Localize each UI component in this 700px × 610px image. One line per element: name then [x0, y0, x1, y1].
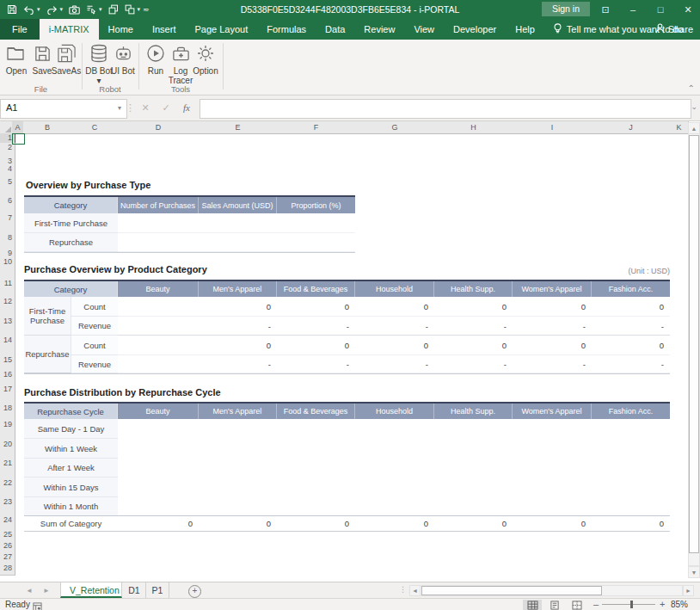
table2-cell: 0 — [355, 297, 434, 317]
row-header-7[interactable]: 7 — [0, 213, 15, 234]
ribbon-tab-file[interactable]: File — [0, 19, 40, 40]
row-header-10[interactable]: 10 — [0, 257, 15, 280]
formula-input[interactable] — [200, 99, 691, 119]
table3-cycle-label: Within 15 Days — [24, 478, 118, 497]
macro-record-icon[interactable] — [33, 600, 42, 610]
zoom-out-icon[interactable]: – — [593, 599, 599, 610]
ribbon-tab-help[interactable]: Help — [506, 19, 544, 40]
row-header-6[interactable]: 6 — [0, 196, 15, 214]
cancel-icon[interactable]: ✕ — [136, 99, 155, 117]
close-button[interactable]: ✕ — [676, 0, 700, 19]
sign-in-button[interactable]: Sign in — [542, 2, 590, 16]
ribbon-tab-insert[interactable]: Insert — [143, 19, 186, 40]
scroll-up-icon[interactable]: ▲ — [688, 122, 700, 134]
row-header-16[interactable]: 16 — [0, 370, 15, 385]
ribbon-tab-i-matrix[interactable]: i-MATRIX — [40, 19, 99, 40]
name-box[interactable]: A1▾ — [0, 99, 127, 119]
ribbon-tab-formulas[interactable]: Formulas — [257, 19, 316, 40]
zoom-slider[interactable] — [602, 604, 655, 605]
row-header-13[interactable]: 13 — [0, 317, 15, 336]
ribbon-display-options-button[interactable]: ⊡ — [593, 0, 617, 19]
row-header-21[interactable]: 21 — [0, 459, 15, 479]
option-button[interactable]: Option — [191, 42, 220, 76]
row-header-26[interactable]: 26 — [0, 541, 15, 553]
column-header-D[interactable]: D — [118, 121, 200, 134]
row-header-19[interactable]: 19 — [0, 420, 15, 441]
insert-function-icon[interactable]: fx — [177, 99, 196, 117]
row-header-14[interactable]: 14 — [0, 336, 15, 356]
zoom-in-icon[interactable]: + — [660, 599, 665, 610]
row-header-12[interactable]: 12 — [0, 297, 15, 317]
column-header-B[interactable]: B — [23, 121, 72, 134]
select-all-corner[interactable] — [0, 121, 13, 134]
ribbon-tab-page-layout[interactable]: Page Layout — [185, 19, 257, 40]
row-header-17[interactable]: 17 — [0, 385, 15, 404]
new-sheet-icon[interactable]: + — [188, 585, 201, 598]
table2-unit-label: (Unit : USD) — [516, 267, 670, 276]
row-header-25[interactable]: 25 — [0, 530, 15, 542]
column-header-C[interactable]: C — [71, 121, 119, 134]
scroll-left-icon[interactable]: ◄ — [409, 585, 421, 596]
normal-view-button[interactable] — [523, 600, 542, 610]
row-header-15[interactable]: 15 — [0, 355, 15, 371]
namebox-caret-icon[interactable]: ▾ — [118, 100, 121, 116]
expand-formula-bar-icon[interactable]: ⌄ — [691, 102, 697, 111]
page-break-view-button[interactable] — [568, 600, 586, 610]
table3-sum-cell: 0 — [199, 516, 277, 531]
column-header-H[interactable]: H — [434, 121, 513, 134]
zoom-slider-thumb[interactable] — [630, 601, 633, 608]
row-header-4[interactable]: 4 — [0, 164, 15, 178]
row-header-20[interactable]: 20 — [0, 440, 15, 459]
table3-header-3: Household — [355, 404, 434, 419]
row-header-24[interactable]: 24 — [0, 515, 15, 531]
ribbon-tab-developer[interactable]: Developer — [444, 19, 506, 40]
ribbon-tab-home[interactable]: Home — [99, 19, 143, 40]
table1-row-line — [118, 232, 355, 233]
table2-cell: 0 — [434, 336, 513, 355]
save-as-button[interactable]: SaveAs — [52, 42, 81, 76]
row-header-23[interactable]: 23 — [0, 497, 15, 516]
row-header-8[interactable]: 8 — [0, 233, 15, 250]
spreadsheet-grid[interactable]: ABCDEFGHIJK 1234567891011121314151617181… — [0, 121, 700, 582]
table2-header-3: Household — [355, 281, 434, 297]
next-sheet-icon[interactable]: ► — [43, 582, 50, 599]
ui-bot-button[interactable]: UI Bot — [108, 42, 138, 76]
scroll-right-icon[interactable]: ► — [683, 585, 694, 596]
column-header-F[interactable]: F — [277, 121, 356, 134]
prev-sheet-icon[interactable]: ◄ — [26, 582, 33, 599]
sheet-tab-d1[interactable]: D1 — [123, 582, 146, 598]
sheet-tab-v-retention[interactable]: V_Retention — [60, 582, 122, 598]
vertical-scrollbar-thumb[interactable] — [689, 135, 699, 553]
ribbon-tab-data[interactable]: Data — [316, 19, 354, 40]
column-header-I[interactable]: I — [513, 121, 593, 134]
column-header-E[interactable]: E — [199, 121, 278, 134]
row-header-11[interactable]: 11 — [0, 279, 15, 298]
title-bar: ▾ ▾ ▾ ▾ ≂ D5338F0E5D3244F482003D3FB6E5E8… — [0, 0, 700, 19]
enter-check-icon[interactable]: ✓ — [157, 99, 175, 117]
row-header-18[interactable]: 18 — [0, 404, 15, 421]
row-header-22[interactable]: 22 — [0, 478, 15, 498]
status-ready-label: Ready — [5, 599, 30, 610]
ribbon-tab-review[interactable]: Review — [354, 19, 404, 40]
column-header-G[interactable]: G — [355, 121, 435, 134]
open-button[interactable]: Open — [2, 42, 31, 76]
row-header-2[interactable]: 2 — [0, 143, 15, 157]
minimize-button[interactable]: – — [621, 0, 645, 19]
column-header-K[interactable]: K — [670, 121, 689, 134]
sheet-tab-p1[interactable]: P1 — [146, 582, 169, 598]
row-header-28[interactable]: 28 — [0, 564, 15, 576]
row-header-5[interactable]: 5 — [0, 177, 15, 197]
row-header-27[interactable]: 27 — [0, 552, 15, 564]
table3-sum-cell: 0 — [434, 516, 513, 531]
collapse-ribbon-icon[interactable]: ⌃ — [688, 83, 695, 93]
table3-header-cycle: Repurchase Cycle — [24, 404, 118, 419]
table2-bottom-border — [24, 373, 670, 374]
horizontal-scrollbar-thumb[interactable] — [421, 586, 602, 595]
maximize-button[interactable]: □ — [648, 0, 672, 19]
column-header-A[interactable]: A — [12, 121, 24, 134]
share-button[interactable]: Share — [655, 19, 693, 40]
ribbon-tab-view[interactable]: View — [404, 19, 444, 40]
column-header-J[interactable]: J — [592, 121, 671, 134]
page-layout-view-button[interactable] — [545, 600, 564, 610]
scroll-down-icon[interactable]: ▼ — [688, 566, 700, 578]
